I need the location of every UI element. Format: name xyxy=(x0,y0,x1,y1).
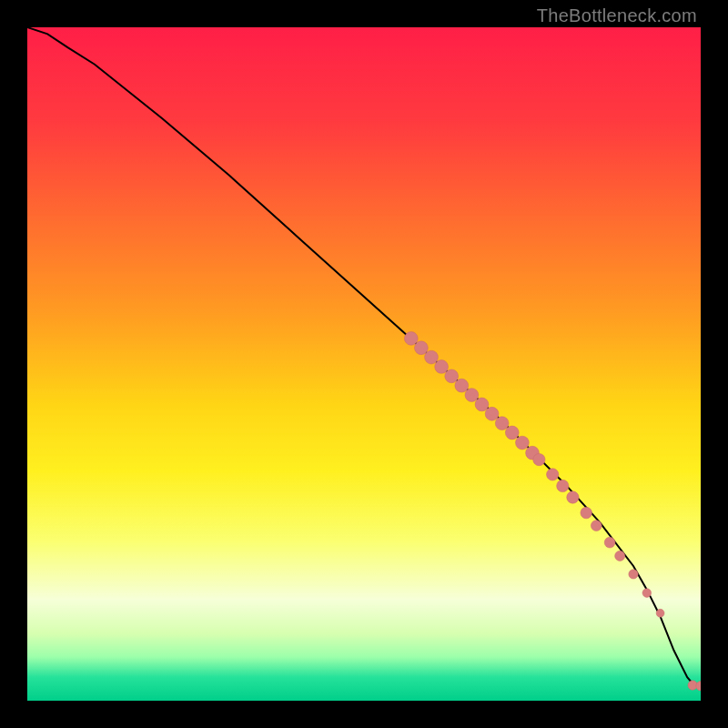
data-marker xyxy=(435,360,449,374)
data-marker xyxy=(557,480,569,491)
data-marker xyxy=(475,398,489,411)
data-marker xyxy=(505,426,519,440)
stage: TheBottleneck.com xyxy=(0,0,728,728)
data-marker xyxy=(642,589,652,598)
data-marker xyxy=(415,341,429,355)
bottleneck-chart xyxy=(27,27,701,701)
data-marker xyxy=(404,331,418,345)
data-marker xyxy=(581,507,592,519)
data-marker xyxy=(485,407,499,420)
data-marker xyxy=(445,369,459,383)
data-marker xyxy=(604,537,615,548)
data-marker xyxy=(465,389,479,402)
plot-background xyxy=(27,27,701,701)
data-marker xyxy=(629,570,638,579)
watermark-text: TheBottleneck.com xyxy=(537,5,697,26)
data-marker xyxy=(425,350,439,364)
data-marker xyxy=(567,491,579,503)
data-marker xyxy=(455,379,469,392)
data-marker xyxy=(516,436,530,450)
data-marker xyxy=(533,453,545,465)
data-marker xyxy=(547,469,559,480)
data-marker xyxy=(495,417,509,430)
data-marker xyxy=(656,609,664,617)
data-marker xyxy=(615,551,625,561)
data-marker xyxy=(591,521,602,531)
